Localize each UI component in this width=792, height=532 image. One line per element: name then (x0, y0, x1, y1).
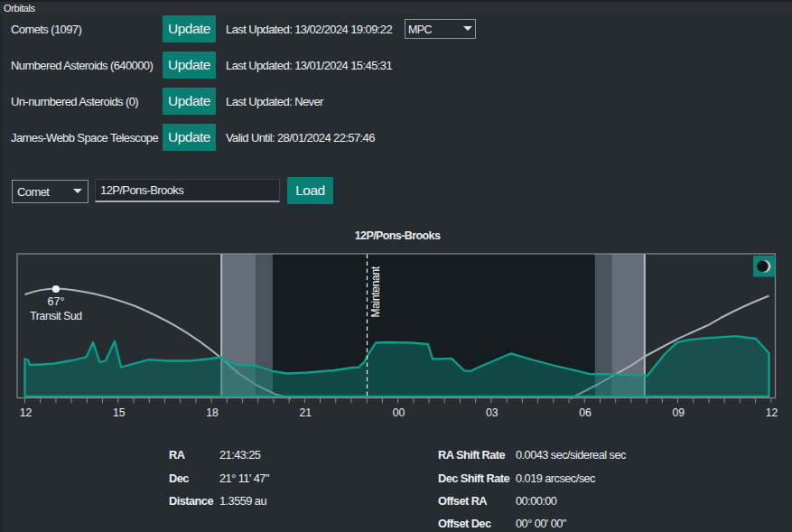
svg-text:15: 15 (113, 406, 126, 419)
svg-text:12: 12 (766, 406, 778, 419)
svg-text:67°: 67° (48, 295, 65, 308)
svg-text:12: 12 (20, 406, 33, 419)
svg-text:12P/Pons-Brooks: 12P/Pons-Brooks (355, 229, 441, 242)
svg-text:18: 18 (206, 406, 219, 419)
svg-text:21: 21 (300, 406, 312, 419)
svg-text:06: 06 (579, 406, 592, 419)
svg-text:09: 09 (673, 406, 685, 419)
svg-text:03: 03 (486, 406, 498, 419)
svg-text:Transit Sud: Transit Sud (30, 310, 81, 322)
svg-text:00: 00 (393, 406, 405, 419)
svg-text:Maintenant: Maintenant (369, 266, 382, 317)
